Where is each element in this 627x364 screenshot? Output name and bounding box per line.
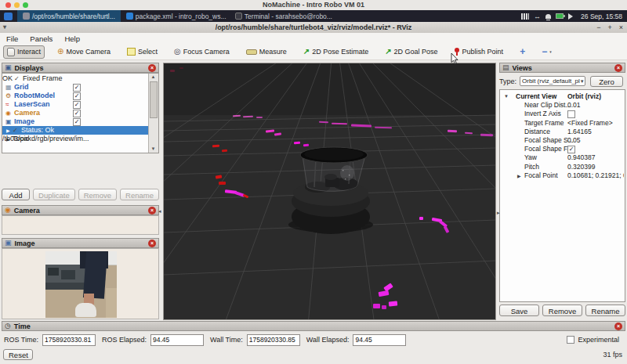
time-field-input-ros-elapsed[interactable] (150, 334, 204, 346)
views-row-value[interactable]: 0.10681; 0.21921; 0.1... (567, 171, 624, 180)
notifications-bell-icon[interactable] (545, 14, 551, 19)
displays-buttons: AddDuplicateRemoveRename (2, 189, 159, 201)
scrollbar-thumb[interactable] (150, 81, 158, 118)
display-row[interactable]: ▦Grid✓ (2, 83, 148, 92)
display-row[interactable]: ✓Fixed FrameOK (2, 74, 148, 83)
tool-2d-pose-estimate[interactable]: ↗2D Pose Estimate (299, 45, 372, 58)
laser-scan-point (332, 123, 347, 125)
views-row-value[interactable]: 0.320399 (567, 163, 595, 171)
display-row[interactable]: ≈LaserScan✓ (2, 100, 148, 109)
display-row[interactable]: ▣Image✓ (2, 117, 148, 126)
tool-label: Move Camera (66, 48, 111, 56)
network-signal-icon[interactable] (521, 13, 529, 20)
scroll-down-icon[interactable]: ▼ (149, 146, 158, 153)
time-close-icon[interactable]: × (614, 323, 622, 330)
views-checkbox[interactable]: ✓ (567, 146, 575, 153)
time-field-input-wall-time[interactable] (247, 334, 300, 346)
displays-scrollbar[interactable]: ▲ ▼ (148, 74, 158, 153)
tool-2d-goal-pose[interactable]: ↗2D Goal Pose (381, 45, 441, 58)
window-menu-icon[interactable]: ▾ (3, 22, 6, 33)
views-row[interactable]: Focal Shape F...✓ (500, 145, 624, 153)
3d-viewport[interactable] (163, 63, 496, 320)
tool-label: Measure (259, 48, 287, 56)
chevron-down-icon[interactable]: ▼ (504, 94, 509, 99)
tool-measure[interactable]: Measure (242, 45, 291, 58)
close-icon[interactable]: × (619, 22, 623, 33)
connection-arrows-icon[interactable]: ↔ (534, 13, 541, 20)
tool-plus[interactable]: + (516, 45, 529, 59)
display-row[interactable]: ▶Topic/tb03/oakd/rgb/preview/im... (2, 135, 148, 143)
views-row-value[interactable]: 0.01 (567, 101, 581, 110)
camera-close-icon[interactable]: × (148, 207, 156, 214)
app-launcher-icon[interactable] (4, 13, 13, 20)
views-panel-header[interactable]: ▤ Views × (499, 63, 625, 73)
display-row[interactable]: ▶✓Status: Ok (2, 126, 148, 135)
menu-item-help[interactable]: Help (64, 34, 80, 43)
experimental-checkbox[interactable] (567, 336, 574, 344)
views-row[interactable]: ▼Current ViewOrbit (rviz) (500, 92, 624, 101)
views-row[interactable]: Invert Z Axis (500, 110, 624, 118)
views-row[interactable]: Target Frame<Fixed Frame> (500, 119, 624, 128)
reset-button[interactable]: Reset (3, 349, 33, 360)
image-panel-header[interactable]: ▣ Image × (2, 238, 159, 248)
views-save-button[interactable]: Save (499, 305, 539, 316)
display-row[interactable]: ◉Camera✓ (2, 109, 148, 117)
taskbar-item-label: Terminal - sarahsebo@robo... (245, 13, 332, 20)
display-row[interactable]: ⚙RobotModel✓ (2, 92, 148, 100)
menu-item-file[interactable]: File (6, 34, 18, 43)
views-row[interactable]: Pitch0.320399 (500, 163, 624, 171)
collapse-right-panel-arrow[interactable]: ▸ (497, 210, 500, 216)
taskbar-item[interactable]: package.xml - intro_robo_ws... (121, 10, 230, 22)
views-remove-button[interactable]: Remove (542, 305, 582, 316)
chevron-right-icon[interactable]: ▶ (6, 128, 10, 133)
time-field-input-ros-time[interactable] (42, 334, 96, 346)
view-type-dropdown[interactable]: Orbit (rviz_default_pl ▼ (520, 76, 585, 86)
scroll-up-icon[interactable]: ▲ (149, 74, 158, 81)
time-field-input-wall-elapsed[interactable] (353, 334, 406, 346)
tool-interact[interactable]: Interact (3, 45, 45, 59)
display-checkbox[interactable]: ✓ (73, 118, 81, 126)
chevron-right-icon[interactable]: ▶ (517, 173, 521, 178)
display-checkbox[interactable]: ✓ (73, 101, 81, 109)
tool-select[interactable]: Select (123, 45, 161, 58)
views-row-value[interactable]: <Fixed Frame> (567, 119, 613, 128)
views-row-value[interactable]: 0.05 (567, 136, 581, 145)
camera-panel-header[interactable]: ◉ Camera × (2, 205, 159, 215)
menu-item-panels[interactable]: Panels (30, 34, 53, 43)
rviz-titlebar[interactable]: ▾ /opt/ros/humble/share/turtlebot4_viz/r… (0, 22, 627, 34)
image-close-icon[interactable]: × (148, 240, 156, 247)
collapse-left-panel-arrow[interactable]: ◂ (158, 208, 161, 214)
displays-remove-button: Remove (78, 189, 117, 200)
display-checkbox[interactable]: ✓ (73, 92, 81, 100)
views-row-value[interactable]: 1.64165 (567, 128, 592, 136)
display-checkbox[interactable]: ✓ (73, 110, 81, 117)
tool-move-camera[interactable]: ⊕Move Camera (53, 45, 114, 58)
tray-clock[interactable]: 26 Sep, 15:58 (581, 13, 622, 20)
views-checkbox[interactable] (567, 110, 575, 118)
views-row[interactable]: Near Clip Dist...0.01 (500, 101, 624, 110)
displays-add-button[interactable]: Add (2, 189, 30, 200)
views-row[interactable]: ▶Focal Point0.10681; 0.21921; 0.1... (500, 171, 624, 180)
views-close-icon[interactable]: × (614, 64, 622, 72)
views-row[interactable]: Yaw0.940387 (500, 153, 624, 162)
battery-icon[interactable] (556, 13, 564, 19)
camera-panel-title: Camera (14, 207, 40, 214)
displays-close-icon[interactable]: × (148, 64, 156, 72)
views-row[interactable]: Distance1.64165 (500, 128, 624, 136)
tool-focus-camera[interactable]: ◎Focus Camera (170, 45, 234, 58)
taskbar-item[interactable]: /opt/ros/humble/share/turtl... (17, 10, 121, 22)
maximize-icon[interactable]: + (607, 22, 611, 33)
displays-panel-header[interactable]: ▣ Displays × (2, 63, 159, 73)
display-row-name: LaserScan (14, 100, 50, 109)
volume-icon[interactable] (568, 13, 576, 20)
minimize-icon[interactable]: − (596, 22, 600, 33)
display-checkbox[interactable]: ✓ (73, 84, 81, 92)
views-row-value[interactable]: 0.940387 (567, 153, 595, 162)
time-panel-header[interactable]: ◷ Time × (2, 321, 625, 331)
camera-feed-image (45, 251, 117, 318)
zero-button[interactable]: Zero (590, 76, 623, 87)
taskbar-item[interactable]: Terminal - sarahsebo@robo... (230, 10, 338, 22)
tool-minus[interactable]: −▾ (538, 45, 556, 59)
views-row[interactable]: Focal Shape S...0.05 (500, 136, 624, 145)
views-rename-button[interactable]: Rename (585, 305, 625, 316)
